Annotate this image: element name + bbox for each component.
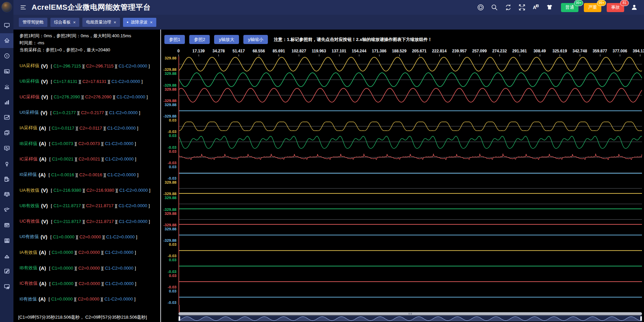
user-icon	[631, 4, 638, 11]
tab-label: 综合看板	[54, 19, 71, 25]
cctv-camera-icon	[4, 206, 10, 213]
channel-label: UB采样值	[19, 78, 39, 84]
sidebar-item-lightbulb[interactable]	[0, 156, 13, 171]
alarm-severe-button[interactable]: 严重99+	[584, 3, 601, 12]
measurement-row: IC采样值(A)[C1=0.0021][C2=0.0021][C1-C2=0.0…	[19, 151, 159, 167]
waveform-plot[interactable]	[178, 56, 642, 305]
channel-label: UC采样值	[19, 94, 40, 100]
tab-电能质量治理[interactable]: 电能质量治理×	[82, 18, 120, 27]
sidebar-item-alarm-light[interactable]	[0, 248, 13, 263]
measurement-row: UC采样值(V)[C1=276.2090][C2=276.2090][C1-C2…	[19, 89, 159, 105]
yaxis-zoom-out-button[interactable]: y轴缩小	[243, 35, 268, 44]
alarm-accident-button[interactable]: 事故81	[607, 3, 624, 12]
sidebar-item-alarm-siren[interactable]	[0, 79, 13, 94]
datazoom-right-handle[interactable]	[640, 316, 642, 321]
x-tick-label: 17.139	[192, 49, 205, 53]
x-tick-label: 85.691	[273, 49, 285, 53]
sidebar-item-trend-chart[interactable]	[0, 110, 13, 125]
reference-info: 参照1时间：0ms，参照2时间：0ms，最大时间:400.15ms 时间差：-m…	[19, 32, 131, 53]
search-button[interactable]	[491, 4, 498, 11]
sidebar-item-monitor-pulse[interactable]	[0, 141, 13, 155]
sidebar-item-screen-monitor[interactable]	[0, 18, 13, 33]
cursor-timestamp: [C1=09时57分35秒218.506毫秒， C2=09时57分35秒218.…	[18, 314, 147, 320]
sidebar-item-bar-chart[interactable]	[0, 95, 13, 109]
energy-bolt-icon	[4, 53, 10, 59]
edit-note-icon	[4, 268, 10, 274]
x-tick-label: 137.101	[332, 49, 346, 53]
cursor-diff-value: C1-C2=0.0000	[105, 156, 134, 162]
search-icon	[491, 4, 498, 11]
translate-button[interactable]: A文	[532, 4, 539, 11]
datazoom-slider[interactable]	[178, 316, 642, 321]
sidebar-item-ev-charger[interactable]	[0, 172, 13, 186]
reference2-button[interactable]: 参照2	[189, 35, 210, 44]
sidebar-item-report-images[interactable]	[0, 126, 13, 140]
solar-panel-icon	[4, 191, 10, 197]
sidebar-item-archive-binders[interactable]	[0, 233, 13, 248]
waveform-chart-area: 参照1 参照2 y轴放大 y轴缩小 注意：1.标记参照前，请先点击对应按钮！2.…	[161, 30, 644, 322]
y-max-label: 0.03	[169, 274, 176, 278]
tab-综合看板[interactable]: 综合看板×	[50, 18, 80, 27]
fullscreen-button[interactable]	[518, 4, 526, 11]
sidebar-item-energy-bolt[interactable]	[0, 49, 13, 63]
y-max-label: 329.88	[165, 72, 176, 76]
sidebar-item-wave-chart[interactable]	[0, 64, 13, 79]
alarm-normal-button[interactable]: 普通99+	[561, 3, 578, 12]
datazoom-svg	[178, 316, 642, 321]
cursor-diff-value: C1-C2=0.0000	[117, 94, 145, 99]
sidebar-item-edit-note[interactable]	[0, 264, 13, 279]
channel-unit: (V)	[41, 187, 48, 193]
support-button[interactable]	[477, 4, 484, 11]
reference1-button[interactable]: 参照1	[164, 35, 185, 44]
sidebar-item-cctv-camera[interactable]	[0, 202, 13, 217]
cursor2-value: C2=-211.8717	[86, 203, 114, 208]
x-tick-label: 222.814	[432, 49, 446, 53]
cursor1-value: C1=0.0073	[52, 141, 73, 146]
header-actions: A文 普通99+严重99+事故81	[477, 3, 638, 12]
user-avatar[interactable]	[1, 2, 12, 12]
sidebar-item-meter-device[interactable]	[0, 218, 13, 232]
horizontal-scrollbar[interactable]	[178, 312, 642, 315]
menu-toggle-button[interactable]	[19, 4, 27, 11]
active-tab-dot-icon: ●	[127, 21, 128, 24]
tab-close-icon[interactable]: ×	[114, 20, 116, 25]
y-min-label: -329.88	[163, 238, 176, 242]
y-min-label: -0.03	[168, 270, 176, 274]
y-max-label: 329.88	[165, 227, 176, 231]
cursor1-value: C1=0.0000	[52, 281, 73, 286]
alarm-button-group: 普通99+严重99+事故81	[561, 3, 624, 12]
y-max-label: 329.88	[165, 212, 176, 216]
y-min-label: -329.88	[163, 114, 176, 118]
x-axis-labels: 017.13934.27851.41768.55685.691102.82711…	[178, 49, 642, 54]
y-min-label: -329.88	[163, 83, 176, 87]
datazoom-left-handle[interactable]	[179, 316, 180, 321]
cursor2-value: C2=0.0021	[79, 156, 100, 162]
tab-管理驾驶舱[interactable]: 管理驾驶舱	[19, 18, 47, 27]
cursor1-value: C1=0.0000	[52, 266, 73, 271]
tab-故障录波[interactable]: ●故障录波×	[123, 18, 156, 27]
yaxis-zoom-in-button[interactable]: y轴放大	[214, 35, 239, 44]
tab-close-icon[interactable]: ×	[73, 20, 76, 25]
channel-unit: (A)	[39, 296, 46, 302]
user-menu-button[interactable]	[631, 4, 638, 11]
waveform-IB采样值	[178, 136, 642, 148]
sidebar-item-system-settings[interactable]	[0, 279, 13, 294]
measurement-panel: 参照1时间：0ms，参照2时间：0ms，最大时间:400.15ms 时间差：-m…	[13, 30, 160, 322]
cursor-diff-value: C1-C2=0.0000	[105, 141, 133, 146]
y-max-label: 0.03	[169, 242, 176, 246]
sidebar-item-solar-panel[interactable]	[0, 187, 13, 202]
x-tick-label: 257.099	[472, 49, 487, 53]
cursor2-value: C2=17.6131	[82, 79, 106, 84]
cursor1-value: C1=0.0000	[53, 234, 74, 239]
alarm-normal-badge: 99+	[574, 0, 583, 6]
sidebar-item-home[interactable]	[0, 33, 13, 48]
y-max-label: 0.03	[169, 149, 176, 153]
channel-label: UA有效值	[19, 187, 39, 193]
channel-label: I0采样值	[19, 172, 37, 178]
theme-button[interactable]	[546, 4, 553, 11]
cursor-diff-value: C1-C2=0.0000	[105, 266, 133, 271]
channel-unit: (A)	[39, 156, 46, 162]
cursor1-value: C1=-0.2177	[53, 110, 76, 115]
refresh-button[interactable]	[505, 4, 512, 11]
tab-close-icon[interactable]: ×	[150, 20, 153, 25]
